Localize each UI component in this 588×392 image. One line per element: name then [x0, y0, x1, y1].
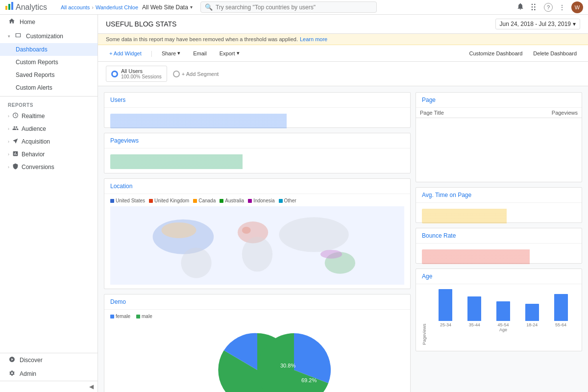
segment-indicator [111, 71, 118, 77]
help-icon[interactable]: ? [544, 3, 553, 12]
demo-legend-label: female [116, 314, 130, 319]
export-button[interactable]: Export ▾ [216, 48, 243, 58]
dashboard-grid: Users Pageviews Location United [98, 86, 588, 392]
sidebar-item-custom-reports[interactable]: Custom Reports [0, 56, 98, 69]
date-range-arrow: ▾ [573, 21, 576, 27]
demo-widget-header: Demo [104, 294, 410, 310]
sidebar-item-home[interactable]: Home [0, 15, 98, 29]
age-bar [496, 301, 510, 321]
sidebar-item-acquisition[interactable]: › Acquisition [0, 135, 98, 148]
sidebar: Home ▾ Customization Dashboards Custom R… [0, 15, 98, 392]
date-range-picker[interactable]: Jun 24, 2018 - Jul 23, 2019 ▾ [495, 19, 580, 29]
dashboard-title: USEFUL BLOG STATS [106, 20, 176, 28]
legend-label: Other [284, 198, 296, 203]
dashboards-label: Dashboards [16, 46, 48, 53]
sidebar-item-custom-alerts[interactable]: Custom Alerts [0, 81, 98, 94]
svg-point-4 [181, 247, 211, 278]
date-range-text: Jun 24, 2018 - Jul 23, 2019 [500, 21, 571, 27]
avatar[interactable]: W [571, 1, 583, 13]
audience-label: Audience [22, 125, 46, 132]
all-users-label: All Users [121, 68, 162, 74]
sidebar-item-realtime[interactable]: › Realtime [0, 110, 98, 122]
search-bar[interactable]: 🔍 [200, 1, 377, 13]
breadcrumb-child[interactable]: Wanderlust Chloe [96, 4, 138, 10]
legend-label: Canada [198, 198, 216, 203]
demo-legend-dot [136, 315, 140, 318]
sidebar-item-customization[interactable]: ▾ Customization [0, 29, 98, 43]
legend-label: United Kingdom [154, 198, 189, 203]
share-chevron-icon: ▾ [177, 50, 180, 56]
conversions-label: Conversions [22, 164, 54, 171]
age-chart: 25-34 35-44 45-54 18-24 55-64 [429, 288, 578, 327]
customize-dashboard-button[interactable]: Customize Dashboard [466, 49, 526, 58]
all-users-segment[interactable]: All Users 100.00% Sessions [106, 66, 167, 82]
email-button[interactable]: Email [190, 49, 210, 58]
pageviews-widget-header: Pageviews [104, 133, 410, 148]
home-icon [8, 18, 16, 26]
age-bar [439, 289, 452, 321]
alert-learn-more-link[interactable]: Learn more [300, 36, 327, 42]
age-bar-label: 18-24 [526, 322, 538, 327]
avg-time-header: Avg. Time on Page [416, 188, 582, 203]
customization-icon [14, 32, 22, 40]
breadcrumb-root[interactable]: All accounts [61, 4, 90, 10]
add-segment-button[interactable]: + Add Segment [173, 71, 219, 77]
sidebar-bottom: Discover Admin ◀ [0, 353, 98, 392]
add-segment-icon [173, 71, 180, 77]
property-name: All Web Site Data [142, 4, 188, 11]
delete-dashboard-button[interactable]: Delete Dashboard [530, 49, 580, 58]
sidebar-item-conversions[interactable]: › Conversions [0, 161, 98, 173]
sidebar-item-discover[interactable]: Discover [0, 353, 98, 367]
export-label: Export [220, 50, 235, 56]
top-nav: Analytics All accounts › Wanderlust Chlo… [0, 0, 588, 15]
acquisition-label: Acquisition [22, 138, 50, 145]
more-icon[interactable]: ⋮ [559, 3, 565, 11]
add-widget-button[interactable]: + Add Widget [106, 49, 145, 58]
sidebar-item-admin[interactable]: Admin [0, 367, 98, 381]
sidebar-divider-1 [0, 96, 98, 97]
pageviews-widget: Pageviews [104, 133, 411, 173]
page-table-wrapper: Page Title Pageviews [416, 108, 582, 182]
breadcrumb: All accounts › Wanderlust Chloe [61, 4, 138, 10]
age-bars-wrapper: 25-34 35-44 45-54 18-24 55-64 Age [429, 288, 578, 347]
avg-time-widget: Avg. Time on Page [416, 187, 582, 223]
sidebar-item-saved-reports[interactable]: Saved Reports [0, 69, 98, 81]
collapse-btn-row: ◀ [0, 381, 98, 392]
grid-icon[interactable] [530, 2, 538, 12]
toolbar-row: + Add Widget | Share ▾ Email Export ▾ Cu… [98, 45, 588, 62]
conversions-icon [12, 163, 19, 171]
age-bar-group: 35-44 [462, 296, 488, 327]
bell-icon[interactable] [516, 2, 524, 12]
audience-expand-icon: › [8, 126, 9, 131]
age-bar-label: 45-54 [497, 322, 509, 327]
sidebar-item-audience[interactable]: › Audience [0, 122, 98, 135]
search-icon: 🔍 [205, 3, 213, 11]
legend-item: Canada [193, 198, 216, 203]
age-bar-label: 25-34 [440, 322, 451, 327]
age-bar [554, 294, 568, 321]
property-selector[interactable]: All Web Site Data ▾ [142, 4, 193, 11]
custom-reports-label: Custom Reports [16, 59, 58, 66]
svg-rect-2 [11, 2, 13, 10]
segment-row: All Users 100.00% Sessions + Add Segment [98, 62, 588, 86]
demo-legend-item: female [110, 314, 130, 319]
acquisition-expand-icon: › [8, 139, 9, 144]
collapse-sidebar-button[interactable]: ◀ [89, 383, 94, 390]
discover-icon [8, 356, 16, 364]
location-widget-header: Location [104, 179, 410, 194]
page-table-body [416, 118, 582, 182]
left-column: Users Pageviews Location United [104, 92, 411, 392]
conversions-expand-icon: › [8, 165, 9, 170]
behavior-label: Behavior [22, 151, 45, 158]
main-layout: Home ▾ Customization Dashboards Custom R… [0, 15, 588, 392]
legend-label: Indonesia [253, 198, 274, 203]
svg-text:69.2%: 69.2% [301, 377, 317, 383]
share-button[interactable]: Share ▾ [158, 48, 184, 58]
sidebar-item-behavior[interactable]: › Behavior [0, 148, 98, 161]
custom-alerts-label: Custom Alerts [16, 84, 52, 91]
page-title-col-header: Page Title [416, 108, 496, 118]
search-input[interactable] [216, 4, 372, 11]
sidebar-item-dashboards[interactable]: Dashboards [0, 43, 98, 56]
legend-item: United Kingdom [149, 198, 189, 203]
age-bar-label: 35-44 [469, 322, 480, 327]
